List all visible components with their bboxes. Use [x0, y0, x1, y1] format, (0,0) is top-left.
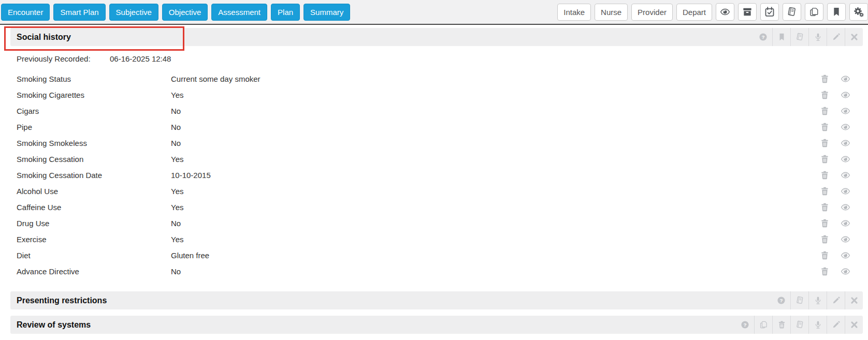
- social-history-help-button[interactable]: [754, 28, 772, 46]
- stage-button-intake[interactable]: Intake: [557, 4, 591, 21]
- review-of-systems-trash-button[interactable]: [772, 316, 790, 334]
- row-value: No: [171, 123, 820, 131]
- row-actions: [820, 122, 850, 132]
- encounter-content: Social history Previously Recorded: 06-1…: [0, 25, 868, 334]
- eye-icon: [841, 90, 850, 100]
- row-trash-button[interactable]: [820, 154, 830, 164]
- toolbar-gears-button[interactable]: [849, 3, 868, 21]
- toolbar-archive-button[interactable]: [738, 3, 757, 21]
- row-actions: [820, 267, 850, 276]
- row-trash-button[interactable]: [820, 122, 830, 132]
- presenting-restrictions-close-button[interactable]: [845, 291, 863, 309]
- eye-icon: [841, 74, 850, 84]
- review-of-systems-section-bar[interactable]: Review of systems: [10, 316, 863, 334]
- social-history-section-icons: [754, 28, 863, 46]
- eye-icon: [841, 138, 850, 148]
- row-eye-button[interactable]: [841, 218, 850, 228]
- nav-button-assessment[interactable]: Assessment: [211, 4, 267, 21]
- row-value: Gluten free: [171, 251, 820, 260]
- row-eye-button[interactable]: [841, 234, 850, 244]
- mic-icon: [814, 320, 822, 329]
- stage-button-provider[interactable]: Provider: [631, 4, 673, 21]
- row-eye-button[interactable]: [841, 74, 850, 84]
- social-history-row: Smoking Cessation Date10-10-2015: [10, 167, 863, 183]
- row-trash-button[interactable]: [820, 218, 830, 228]
- row-eye-button[interactable]: [841, 122, 850, 132]
- row-trash-button[interactable]: [820, 74, 830, 84]
- toolbar-calendar-check-button[interactable]: [760, 3, 779, 21]
- row-label: Cigars: [17, 107, 171, 115]
- row-trash-button[interactable]: [820, 267, 830, 276]
- trash-icon: [820, 154, 830, 164]
- row-trash-button[interactable]: [820, 106, 830, 116]
- bookmark-icon: [777, 33, 786, 41]
- row-trash-button[interactable]: [820, 234, 830, 244]
- row-label: Pipe: [17, 123, 171, 131]
- review-of-systems-mic-button[interactable]: [808, 316, 827, 334]
- review-of-systems-close-button[interactable]: [845, 316, 863, 334]
- presenting-restrictions-title: Presenting restrictions: [10, 296, 107, 305]
- nav-button-plan[interactable]: Plan: [271, 4, 300, 21]
- nav-button-encounter[interactable]: Encounter: [1, 4, 50, 21]
- social-history-bookmark-button[interactable]: [772, 28, 790, 46]
- social-history-row: Drug UseNo: [10, 215, 863, 231]
- review-of-systems-help-button[interactable]: [736, 316, 754, 334]
- row-actions: [820, 218, 850, 228]
- row-trash-button[interactable]: [820, 250, 830, 260]
- row-trash-button[interactable]: [820, 138, 830, 148]
- toolbar-book-button[interactable]: [783, 3, 801, 21]
- book-icon: [795, 296, 804, 305]
- social-history-close-button[interactable]: [845, 28, 863, 46]
- presenting-restrictions-pencil-button[interactable]: [827, 291, 845, 309]
- review-of-systems-copy-button[interactable]: [754, 316, 772, 334]
- presenting-restrictions-book-button[interactable]: [790, 291, 808, 309]
- trash-icon: [820, 267, 830, 276]
- row-trash-button[interactable]: [820, 186, 830, 196]
- social-history-pencil-button[interactable]: [827, 28, 845, 46]
- row-eye-button[interactable]: [841, 154, 850, 164]
- nav-button-smart-plan[interactable]: Smart Plan: [53, 4, 105, 21]
- row-value: Yes: [171, 187, 820, 196]
- row-eye-button[interactable]: [841, 186, 850, 196]
- nav-button-subjective[interactable]: Subjective: [109, 4, 158, 21]
- row-eye-button[interactable]: [841, 250, 850, 260]
- toolbar-copy-button[interactable]: [805, 3, 823, 21]
- row-eye-button[interactable]: [841, 90, 850, 100]
- row-trash-button[interactable]: [820, 170, 830, 180]
- close-icon: [850, 33, 859, 41]
- review-of-systems-pencil-button[interactable]: [827, 316, 845, 334]
- eye-icon: [841, 186, 850, 196]
- eye-icon: [841, 106, 850, 116]
- row-eye-button[interactable]: [841, 138, 850, 148]
- stage-and-tool-buttons: IntakeNurseProviderDepart: [557, 3, 868, 21]
- row-actions: [820, 202, 850, 212]
- row-eye-button[interactable]: [841, 170, 850, 180]
- row-trash-button[interactable]: [820, 90, 830, 100]
- stage-button-depart[interactable]: Depart: [676, 4, 712, 21]
- trash-icon: [820, 74, 830, 84]
- presenting-restrictions-mic-button[interactable]: [808, 291, 827, 309]
- presenting-restrictions-help-button[interactable]: [772, 291, 790, 309]
- book-icon: [795, 33, 804, 41]
- social-history-book-button[interactable]: [790, 28, 808, 46]
- social-history-section-bar[interactable]: Social history: [10, 28, 863, 46]
- row-label: Advance Directive: [17, 267, 171, 276]
- row-eye-button[interactable]: [841, 267, 850, 276]
- nav-button-summary[interactable]: Summary: [303, 4, 350, 21]
- social-history-mic-button[interactable]: [808, 28, 827, 46]
- previously-recorded-row: Previously Recorded: 06-16-2025 12:48: [10, 52, 863, 65]
- row-eye-button[interactable]: [841, 106, 850, 116]
- row-value: Yes: [171, 203, 820, 212]
- review-of-systems-book-button[interactable]: [790, 316, 808, 334]
- nav-button-objective[interactable]: Objective: [162, 4, 208, 21]
- eye-icon: [841, 122, 850, 132]
- stage-button-nurse[interactable]: Nurse: [595, 4, 628, 21]
- presenting-restrictions-section-bar[interactable]: Presenting restrictions: [10, 291, 863, 309]
- row-actions: [820, 90, 850, 100]
- row-eye-button[interactable]: [841, 202, 850, 212]
- row-value: Yes: [171, 91, 820, 99]
- row-value: 10-10-2015: [171, 171, 820, 180]
- toolbar-eye-button[interactable]: [716, 3, 734, 21]
- row-trash-button[interactable]: [820, 202, 830, 212]
- toolbar-bookmark-button[interactable]: [827, 3, 846, 21]
